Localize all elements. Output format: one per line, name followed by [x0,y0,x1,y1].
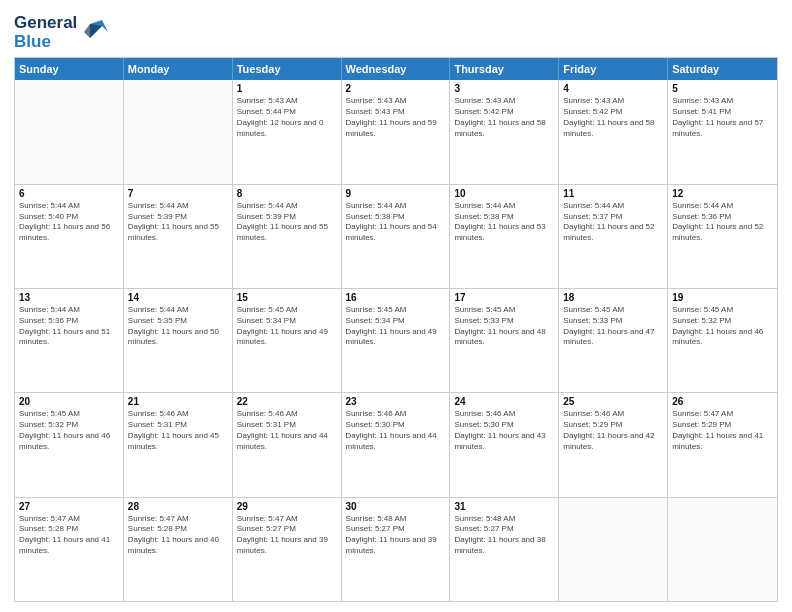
calendar-cell: 21Sunrise: 5:46 AM Sunset: 5:31 PM Dayli… [124,393,233,496]
cell-info: Sunrise: 5:44 AM Sunset: 5:38 PM Dayligh… [454,201,554,244]
calendar-cell: 9Sunrise: 5:44 AM Sunset: 5:38 PM Daylig… [342,185,451,288]
cell-info: Sunrise: 5:43 AM Sunset: 5:41 PM Dayligh… [672,96,773,139]
day-number: 8 [237,188,337,199]
cell-info: Sunrise: 5:43 AM Sunset: 5:42 PM Dayligh… [563,96,663,139]
weekday-header-friday: Friday [559,58,668,80]
calendar-cell: 2Sunrise: 5:43 AM Sunset: 5:43 PM Daylig… [342,80,451,183]
day-number: 6 [19,188,119,199]
weekday-header-thursday: Thursday [450,58,559,80]
cell-info: Sunrise: 5:46 AM Sunset: 5:31 PM Dayligh… [128,409,228,452]
calendar-cell [15,80,124,183]
weekday-header-saturday: Saturday [668,58,777,80]
logo: General Blue [14,14,110,51]
cell-info: Sunrise: 5:44 AM Sunset: 5:39 PM Dayligh… [237,201,337,244]
cell-info: Sunrise: 5:45 AM Sunset: 5:32 PM Dayligh… [672,305,773,348]
day-number: 16 [346,292,446,303]
calendar-cell: 28Sunrise: 5:47 AM Sunset: 5:28 PM Dayli… [124,498,233,601]
day-number: 7 [128,188,228,199]
calendar-cell: 12Sunrise: 5:44 AM Sunset: 5:36 PM Dayli… [668,185,777,288]
cell-info: Sunrise: 5:44 AM Sunset: 5:38 PM Dayligh… [346,201,446,244]
cell-info: Sunrise: 5:48 AM Sunset: 5:27 PM Dayligh… [454,514,554,557]
calendar-cell: 8Sunrise: 5:44 AM Sunset: 5:39 PM Daylig… [233,185,342,288]
weekday-header-monday: Monday [124,58,233,80]
day-number: 26 [672,396,773,407]
day-number: 9 [346,188,446,199]
cell-info: Sunrise: 5:44 AM Sunset: 5:37 PM Dayligh… [563,201,663,244]
calendar-header: SundayMondayTuesdayWednesdayThursdayFrid… [15,58,777,80]
cell-info: Sunrise: 5:47 AM Sunset: 5:27 PM Dayligh… [237,514,337,557]
weekday-header-sunday: Sunday [15,58,124,80]
day-number: 14 [128,292,228,303]
day-number: 31 [454,501,554,512]
logo-general: General [14,14,77,33]
cell-info: Sunrise: 5:45 AM Sunset: 5:33 PM Dayligh… [563,305,663,348]
calendar-row: 27Sunrise: 5:47 AM Sunset: 5:28 PM Dayli… [15,497,777,601]
day-number: 13 [19,292,119,303]
cell-info: Sunrise: 5:44 AM Sunset: 5:36 PM Dayligh… [672,201,773,244]
weekday-header-wednesday: Wednesday [342,58,451,80]
cell-info: Sunrise: 5:47 AM Sunset: 5:28 PM Dayligh… [128,514,228,557]
calendar-cell: 27Sunrise: 5:47 AM Sunset: 5:28 PM Dayli… [15,498,124,601]
calendar: SundayMondayTuesdayWednesdayThursdayFrid… [14,57,778,602]
cell-info: Sunrise: 5:47 AM Sunset: 5:28 PM Dayligh… [19,514,119,557]
page-header: General Blue [14,10,778,51]
cell-info: Sunrise: 5:47 AM Sunset: 5:29 PM Dayligh… [672,409,773,452]
calendar-cell: 7Sunrise: 5:44 AM Sunset: 5:39 PM Daylig… [124,185,233,288]
day-number: 11 [563,188,663,199]
day-number: 28 [128,501,228,512]
calendar-cell [559,498,668,601]
cell-info: Sunrise: 5:44 AM Sunset: 5:40 PM Dayligh… [19,201,119,244]
calendar-cell: 19Sunrise: 5:45 AM Sunset: 5:32 PM Dayli… [668,289,777,392]
day-number: 23 [346,396,446,407]
calendar-cell: 22Sunrise: 5:46 AM Sunset: 5:31 PM Dayli… [233,393,342,496]
day-number: 18 [563,292,663,303]
cell-info: Sunrise: 5:46 AM Sunset: 5:29 PM Dayligh… [563,409,663,452]
day-number: 21 [128,396,228,407]
svg-marker-1 [84,24,102,38]
calendar-cell: 1Sunrise: 5:43 AM Sunset: 5:44 PM Daylig… [233,80,342,183]
calendar-cell: 18Sunrise: 5:45 AM Sunset: 5:33 PM Dayli… [559,289,668,392]
calendar-row: 6Sunrise: 5:44 AM Sunset: 5:40 PM Daylig… [15,184,777,288]
cell-info: Sunrise: 5:46 AM Sunset: 5:30 PM Dayligh… [346,409,446,452]
calendar-cell: 23Sunrise: 5:46 AM Sunset: 5:30 PM Dayli… [342,393,451,496]
calendar-cell: 30Sunrise: 5:48 AM Sunset: 5:27 PM Dayli… [342,498,451,601]
calendar-body: 1Sunrise: 5:43 AM Sunset: 5:44 PM Daylig… [15,80,777,601]
cell-info: Sunrise: 5:48 AM Sunset: 5:27 PM Dayligh… [346,514,446,557]
cell-info: Sunrise: 5:43 AM Sunset: 5:42 PM Dayligh… [454,96,554,139]
day-number: 3 [454,83,554,94]
day-number: 12 [672,188,773,199]
calendar-cell: 29Sunrise: 5:47 AM Sunset: 5:27 PM Dayli… [233,498,342,601]
day-number: 1 [237,83,337,94]
calendar-cell: 4Sunrise: 5:43 AM Sunset: 5:42 PM Daylig… [559,80,668,183]
day-number: 4 [563,83,663,94]
day-number: 5 [672,83,773,94]
calendar-cell: 17Sunrise: 5:45 AM Sunset: 5:33 PM Dayli… [450,289,559,392]
calendar-cell: 10Sunrise: 5:44 AM Sunset: 5:38 PM Dayli… [450,185,559,288]
cell-info: Sunrise: 5:46 AM Sunset: 5:30 PM Dayligh… [454,409,554,452]
calendar-row: 1Sunrise: 5:43 AM Sunset: 5:44 PM Daylig… [15,80,777,183]
calendar-cell: 11Sunrise: 5:44 AM Sunset: 5:37 PM Dayli… [559,185,668,288]
day-number: 30 [346,501,446,512]
day-number: 20 [19,396,119,407]
day-number: 29 [237,501,337,512]
day-number: 25 [563,396,663,407]
weekday-header-tuesday: Tuesday [233,58,342,80]
calendar-row: 20Sunrise: 5:45 AM Sunset: 5:32 PM Dayli… [15,392,777,496]
calendar-cell: 20Sunrise: 5:45 AM Sunset: 5:32 PM Dayli… [15,393,124,496]
calendar-cell [124,80,233,183]
calendar-row: 13Sunrise: 5:44 AM Sunset: 5:36 PM Dayli… [15,288,777,392]
calendar-cell [668,498,777,601]
cell-info: Sunrise: 5:45 AM Sunset: 5:32 PM Dayligh… [19,409,119,452]
day-number: 19 [672,292,773,303]
calendar-cell: 25Sunrise: 5:46 AM Sunset: 5:29 PM Dayli… [559,393,668,496]
day-number: 15 [237,292,337,303]
cell-info: Sunrise: 5:44 AM Sunset: 5:36 PM Dayligh… [19,305,119,348]
logo-blue: Blue [14,33,77,52]
day-number: 2 [346,83,446,94]
cell-info: Sunrise: 5:43 AM Sunset: 5:43 PM Dayligh… [346,96,446,139]
calendar-cell: 15Sunrise: 5:45 AM Sunset: 5:34 PM Dayli… [233,289,342,392]
day-number: 24 [454,396,554,407]
cell-info: Sunrise: 5:45 AM Sunset: 5:34 PM Dayligh… [237,305,337,348]
calendar-cell: 31Sunrise: 5:48 AM Sunset: 5:27 PM Dayli… [450,498,559,601]
calendar-cell: 3Sunrise: 5:43 AM Sunset: 5:42 PM Daylig… [450,80,559,183]
